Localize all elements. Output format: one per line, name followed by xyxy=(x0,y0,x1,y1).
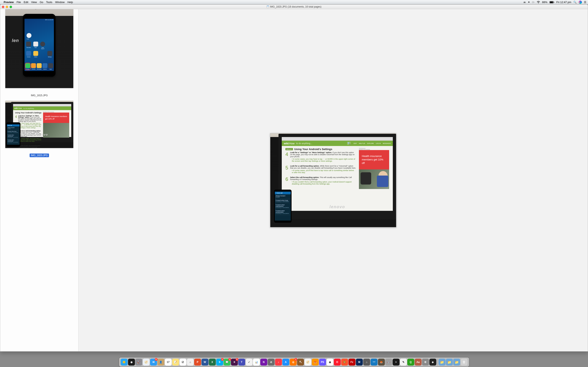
step-lead: Look for a "Settings" or "More Settings"… xyxy=(290,151,294,154)
thumbnail-caption-selected: IMG_1820.JPG xyxy=(0,152,78,158)
app-maps: Maps xyxy=(33,47,39,48)
step-bullet: In some cases, you may have to tap ⋮ or … xyxy=(20,123,42,128)
thumbnail-image: ally near the top of the Settings len 90… xyxy=(5,9,73,88)
window-title: IMG_1820.JPG (16 documents, 16 total pag… xyxy=(267,5,294,8)
menu-file[interactable]: File xyxy=(17,1,21,4)
app-contacts: Contacts xyxy=(31,68,36,70)
app-settings: Settings xyxy=(47,56,53,58)
clock-label: Clock xyxy=(26,38,29,40)
step-number: 4 xyxy=(285,151,288,162)
menubar: Preview File Edit View Go Tools Window H… xyxy=(0,0,294,4)
ad-text: Health insurance members get 10% off xyxy=(43,113,69,123)
step-lead: Select the call-forwarding option. xyxy=(290,176,294,178)
menu-edit[interactable]: Edit xyxy=(24,1,28,4)
step-bullet: In some cases, you may have to tap ⋮ or … xyxy=(292,158,294,162)
monitor-brand: lenovo xyxy=(36,133,48,136)
wikihow-logo-b: How xyxy=(289,142,294,145)
thumbnail-sidebar[interactable]: ally near the top of the Settings len 90… xyxy=(0,9,79,184)
thumbnail-item[interactable]: wikiHowto do anything... Using Your Andr… xyxy=(5,100,73,148)
preview-window: IMG_1820.JPG (16 documents, 16 total pag… xyxy=(0,4,294,184)
wikihow-logo-a: wiki xyxy=(14,107,18,109)
app-gallery: Gallery xyxy=(33,56,39,58)
menu-go[interactable]: Go xyxy=(40,1,43,4)
svg-rect-5 xyxy=(267,6,269,6)
phone-menu-item: Forward when unansweredForwarding to +61… xyxy=(7,134,20,139)
wikihow-tagline: to do anything... xyxy=(24,108,35,109)
menu-help[interactable]: Help xyxy=(67,1,73,4)
article-heading: Using Your Android's Settings xyxy=(15,112,42,114)
thumbnail-item[interactable]: ally near the top of the Settings len 90… xyxy=(5,9,73,88)
phone-status: 90% 11:20 AM xyxy=(45,19,53,20)
phone-menu-item: Forward when busyForwarding to +61411000… xyxy=(7,130,20,134)
titlebar[interactable]: IMG_1820.JPG (16 documents, 16 total pag… xyxy=(0,5,294,9)
window-controls xyxy=(2,6,12,8)
menu-window[interactable]: Window xyxy=(55,1,65,4)
app-messages: Messages xyxy=(37,68,42,70)
thumbnail-image: wikiHowto do anything... Using Your Andr… xyxy=(5,101,73,148)
app-camera: Camera xyxy=(26,56,32,58)
svg-rect-4 xyxy=(267,6,269,8)
wikihow-logo-b: How xyxy=(18,107,22,109)
method-badge: Method 3 xyxy=(285,148,293,150)
step-number: 5 xyxy=(285,165,288,174)
step-number: 6 xyxy=(285,176,288,184)
phone-menu-item: Always forwardDisabled xyxy=(7,126,20,130)
app-apps: Apps xyxy=(48,68,53,70)
thumbnail-caption: IMG_1815.JPG xyxy=(0,92,78,98)
zoom-button[interactable] xyxy=(9,6,12,8)
menu-tools[interactable]: Tools xyxy=(46,1,52,4)
phone-menu-item: Forward when unreachableForwarding to +6… xyxy=(7,139,20,143)
phone-overlay: Voice call Always forwardDisabled Forwar… xyxy=(6,122,20,147)
step-lead: Select the call-forwarding option. xyxy=(18,143,41,145)
step-bullet: If you couldn't find a call-forwarding o… xyxy=(292,181,294,184)
step-bullet: In some cases, you'll first have to tap … xyxy=(20,138,42,142)
app-calculator: Calculator xyxy=(26,47,32,48)
laptop-brand-partial: len xyxy=(12,38,19,43)
phone-menu-header: Voice call xyxy=(7,124,20,126)
step-body: This will usually say something like Cal… xyxy=(18,145,40,148)
minimize-button[interactable] xyxy=(6,6,8,8)
step-lead: Look for a call-forwarding option. xyxy=(290,165,294,167)
menu-view[interactable]: View xyxy=(31,1,37,4)
content-area[interactable]: ThinkCentre Do not print wikiHow to do a… xyxy=(79,9,294,184)
step-lead: Look for a call-forwarding option. xyxy=(18,130,41,132)
clock-widget xyxy=(26,33,31,38)
step-bullet: In some cases, you'll first have to tap … xyxy=(292,169,294,174)
background-text: ally near the top of the Settings xyxy=(7,9,38,9)
displayed-image: ThinkCentre Do not print wikiHow to do a… xyxy=(270,133,294,184)
wikihow-logo-a: wiki xyxy=(284,142,289,145)
app-voice-search: Voice Search xyxy=(40,47,46,49)
app-phone: Phone xyxy=(25,68,30,70)
app-internet: Internet xyxy=(43,68,47,70)
phone-in-photo: 90% 11:20 AM Clock Calculator Maps Voice… xyxy=(23,14,56,77)
app-name[interactable]: Preview xyxy=(4,1,14,4)
close-button[interactable] xyxy=(2,6,4,8)
